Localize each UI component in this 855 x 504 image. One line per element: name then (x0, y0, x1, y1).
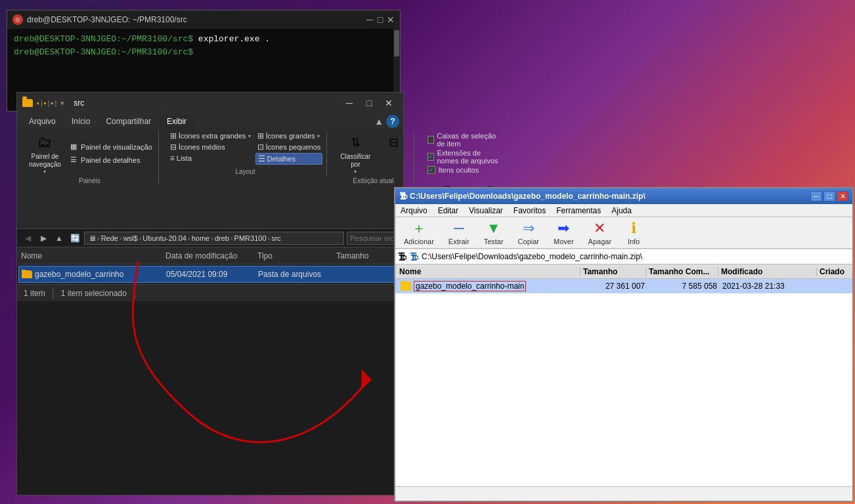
zip-col-nome[interactable]: Nome (397, 267, 581, 276)
col-header-type[interactable]: Tipo (257, 251, 336, 261)
zip-title-icon: 🗜 (399, 192, 407, 201)
path-home[interactable]: home (192, 234, 210, 242)
ribbon-collapse-button[interactable]: ▲ (374, 116, 384, 127)
address-path-bar[interactable]: 🖥 › Rede › wsl$ › Ubuntu-20.04 › home › … (84, 232, 344, 245)
zip-close-button[interactable]: ✕ (837, 191, 848, 201)
zip-apagar-button[interactable]: ✕ Apagar (582, 219, 617, 247)
zip-menu-editar[interactable]: Editar (433, 205, 464, 217)
col-header-size[interactable]: Tamanho (336, 251, 399, 261)
checkbox-caixas-selecao[interactable]: Caixas de seleção de item (428, 132, 502, 148)
painel-nav-label: Painel denavegação (29, 153, 61, 169)
ribbon-group-paineis: 🗂 Painel denavegação ▾ ▦ Painel de visua… (21, 131, 159, 184)
explorer-minimize-button[interactable]: ─ (340, 96, 359, 110)
path-dreb[interactable]: dreb (215, 234, 229, 242)
nav-forward-button[interactable]: ▶ (37, 232, 50, 245)
tab-exibir[interactable]: Exibir (159, 115, 194, 128)
lista-icon: ≡ (170, 154, 175, 163)
help-button[interactable]: ? (386, 115, 399, 128)
checkbox-ocultos[interactable]: Itens ocultos (428, 166, 502, 174)
search-input[interactable] (347, 232, 399, 245)
zip-testar-icon: ▼ (486, 220, 502, 236)
zip-titlebar: 🗜 C:\Users\Felipe\Downloads\gazebo_model… (395, 188, 852, 204)
zip-col-tamanho[interactable]: Tamanho (581, 267, 646, 276)
checkbox-extensoes[interactable]: Extensões de nomes de arquivos (428, 149, 502, 165)
zip-col-criado[interactable]: Criado (817, 267, 855, 276)
painel-nav-icon: 🗂 (34, 132, 55, 153)
classificar-arrow: ▾ (354, 169, 357, 175)
zip-col-modificado[interactable]: Modificado (718, 267, 817, 276)
terminal-close-button[interactable]: ✕ (387, 16, 395, 24)
checkbox-ocultos-icon (428, 166, 435, 174)
nav-back-button[interactable]: ◀ (21, 232, 34, 245)
zip-menu-arquivo[interactable]: Arquivo (395, 205, 433, 217)
file-type-cell: Pasta de arquivos (258, 270, 337, 279)
terminal-controls: ─ □ ✕ (366, 16, 395, 24)
tab-arquivo[interactable]: Arquivo (21, 115, 64, 128)
lista-button[interactable]: ≡ Lista (168, 153, 253, 163)
lista-label: Lista (177, 154, 192, 162)
nav-up-button[interactable]: ▲ (53, 232, 66, 245)
path-rede[interactable]: Rede (101, 234, 118, 242)
terminal-title-text: dreb@DESKTOP-3NNJGEO: ~/PMR3100/src (27, 15, 187, 24)
classificar-button[interactable]: ⇅ Classificarpor ▾ (336, 131, 374, 176)
table-row[interactable]: gazebo_modelo_carrinho 05/04/2021 09:09 … (18, 266, 402, 283)
file-name-text: gazebo_modelo_carrinho (35, 270, 123, 279)
layout-buttons: ⊞ Ícones extra grandes ▾ ⊟ Ícones médios… (168, 131, 323, 165)
file-date-cell: 05/04/2021 09:09 (166, 270, 258, 279)
col-header-date[interactable]: Data de modificação (165, 251, 257, 261)
zip-folder-icon (401, 282, 411, 291)
paineis-large-btn: 🗂 Painel denavegação ▾ ▦ Painel de visua… (25, 131, 154, 176)
zip-file-comp-cell: 7 585 058 (647, 282, 720, 291)
zip-menu-visualizar[interactable]: Visualizar (464, 205, 508, 217)
zip-info-button[interactable]: ℹ Info (620, 219, 647, 247)
icones-extra-label: Ícones extra grandes (179, 132, 246, 140)
zip-copiar-button[interactable]: ⇒ Copiar (512, 219, 545, 247)
layout-col-2: ⊞ Ícones grandes ▾ ⊡ Ícones pequenos ☰ D… (255, 131, 323, 165)
icones-extra-button[interactable]: ⊞ Ícones extra grandes ▾ (168, 131, 253, 141)
ribbon-tab-controls: ▲ ? (374, 115, 399, 128)
zip-menu-ajuda[interactable]: Ajuda (606, 205, 637, 217)
explorer-title-left: ▪ | ▪ | ▪ | ▾ src (22, 98, 84, 108)
icones-medios-label: Ícones médios (179, 143, 225, 151)
col-header-nome[interactable]: Nome (21, 251, 165, 261)
zip-extrair-button[interactable]: ─ Extrair (443, 219, 475, 247)
icones-medios-button[interactable]: ⊟ Ícones médios (168, 142, 253, 152)
icones-grandes-button[interactable]: ⊞ Ícones grandes ▾ (255, 131, 323, 141)
table-row[interactable]: gazebo_modelo_carrinho-main 27 361 007 7… (395, 279, 852, 293)
nav-refresh-button[interactable]: 🔄 (68, 232, 81, 245)
painel-detalhes-button[interactable]: ☰ Painel de detalhes (66, 154, 154, 166)
terminal-minimize-button[interactable]: ─ (366, 16, 374, 24)
explorer-status-bar: 1 item | 1 item selecionado | (17, 284, 403, 301)
path-ubuntu[interactable]: Ubuntu-20.04 (142, 234, 186, 242)
zip-mover-button[interactable]: ➡ Mover (548, 219, 580, 247)
explorer-close-button[interactable]: ✕ (380, 96, 398, 110)
zip-maximize-button[interactable]: □ (823, 191, 835, 201)
zip-col-headers: Nome Tamanho Tamanho Com... Modificado C… (395, 264, 852, 279)
detalhes-button[interactable]: ☰ Detalhes (255, 153, 323, 165)
explorer-col-headers: Nome Data de modificação Tipo Tamanho (17, 247, 403, 264)
painel-viz-icon: ▦ (68, 142, 79, 152)
path-pmr3100[interactable]: PMR3100 (234, 234, 267, 242)
zip-col-comprimido[interactable]: Tamanho Com... (646, 267, 718, 276)
path-wsl[interactable]: wsl$ (123, 234, 138, 242)
zip-menu-favoritos[interactable]: Favoritos (508, 205, 551, 217)
zip-adicionar-button[interactable]: ＋ Adicionar (398, 219, 440, 247)
painel-visualizacao-button[interactable]: ▦ Painel de visualização (66, 141, 154, 153)
painel-nav-dropdown: ▾ (43, 169, 46, 175)
terminal-maximize-button[interactable]: □ (376, 16, 384, 24)
zip-addr-text: C:\Users\Felipe\Downloads\gazebo_modelo_… (422, 252, 642, 261)
terminal-prompt-1: dreb@DESKTOP-3NNJGEO:~/PMR3100/src$ (14, 34, 193, 44)
painel-navegacao-button[interactable]: 🗂 Painel denavegação ▾ (25, 131, 65, 176)
agrupar-button[interactable]: ⊟ (377, 131, 410, 176)
explorer-folder-icon (22, 99, 33, 107)
zip-minimize-button[interactable]: ─ (810, 191, 822, 201)
tab-inicio[interactable]: Início (64, 115, 99, 128)
tab-compartilhar[interactable]: Compartilhar (98, 115, 159, 128)
explorer-maximize-button[interactable]: □ (360, 96, 378, 110)
path-src[interactable]: src (271, 234, 281, 242)
zip-status-bar (395, 486, 852, 501)
zip-testar-button[interactable]: ▼ Testar (478, 219, 510, 247)
explorer-title-text: src (74, 98, 84, 108)
zip-menu-ferramentas[interactable]: Ferramentas (551, 205, 606, 217)
icones-pequenos-button[interactable]: ⊡ Ícones pequenos (255, 142, 323, 152)
